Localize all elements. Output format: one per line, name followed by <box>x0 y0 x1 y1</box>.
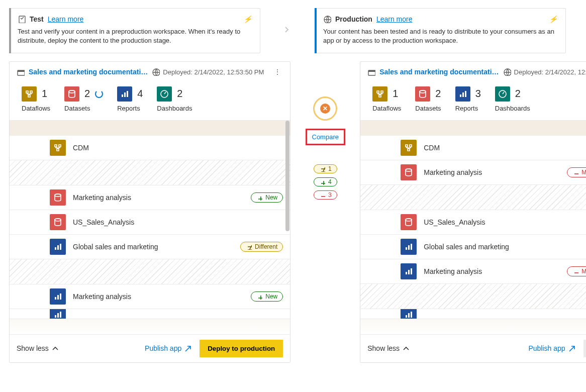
more-options-button[interactable]: ⋮ <box>272 68 283 76</box>
item-name: Marketing analysis <box>424 168 560 176</box>
dataset-icon <box>401 164 417 180</box>
publish-app-link[interactable]: Publish app <box>528 344 575 352</box>
learn-more-link[interactable]: Learn more <box>376 15 413 23</box>
stage-card-production: Production Learn more ⚡ Your content has… <box>315 8 566 53</box>
stage-card-test: Test Learn more ⚡ Test and verify your c… <box>9 8 260 53</box>
summary-count: 2 <box>177 88 182 100</box>
list-item[interactable]: Marketing analysisNew <box>10 185 290 210</box>
status-badge: New <box>251 291 283 302</box>
summary-label: Dashboards <box>495 105 530 112</box>
list-item[interactable] <box>10 309 290 319</box>
dataset-icon <box>50 214 66 230</box>
stage-title: Production <box>335 15 372 23</box>
summary-row: 1Dataflows2Datasets3Reports2Dashboards <box>360 82 586 121</box>
chevron-up-icon <box>51 344 59 352</box>
summary-report[interactable]: 3Reports <box>455 86 481 112</box>
summary-dashboard[interactable]: 2Dashboards <box>157 86 192 112</box>
list-item[interactable]: Global sales and marketingDifferent <box>10 235 290 259</box>
summary-label: Reports <box>455 105 478 112</box>
deployed-timestamp: Deployed: 2/14/2022, 12:53:37 PM <box>503 68 586 76</box>
dashboard-icon <box>157 86 172 102</box>
summary-dataflow[interactable]: 1Dataflows <box>372 86 401 112</box>
list-item[interactable]: CDM <box>10 136 290 160</box>
list-item[interactable]: US_Sales_Analysis <box>10 210 290 235</box>
summary-report[interactable]: 4Reports <box>117 86 143 112</box>
list-item[interactable]: US_Sales_Analysis <box>360 210 586 235</box>
compare-removed-pill: 3 <box>314 190 337 200</box>
summary-count: 1 <box>393 88 398 100</box>
placeholder-row <box>10 160 290 185</box>
dataflow-icon <box>401 140 417 156</box>
summary-count: 2 <box>515 88 521 100</box>
placeholder-row <box>360 284 586 309</box>
sync-status-icon: ✕ <box>313 96 337 121</box>
status-badge: Missing from Test <box>567 266 586 276</box>
workspace-link[interactable]: Sales and marketing documentati… <box>379 68 499 76</box>
learn-more-link[interactable]: Learn more <box>48 15 84 23</box>
summary-dataset[interactable]: 2Datasets <box>64 86 103 112</box>
deploy-to-production-button[interactable]: Deploy to production <box>200 340 283 357</box>
test-icon <box>18 15 26 23</box>
panel-production: Sales and marketing documentati…Deployed… <box>360 61 586 363</box>
placeholder-row <box>10 259 290 284</box>
list-item[interactable] <box>360 309 586 319</box>
list-item[interactable]: Marketing analysisNew <box>10 284 290 309</box>
close-icon: ✕ <box>320 104 330 114</box>
content-board-row: Sales and marketing documentati…Deployed… <box>0 53 586 372</box>
report-icon <box>401 239 417 255</box>
lightning-icon[interactable]: ⚡ <box>549 15 557 23</box>
dataset-icon <box>50 189 66 206</box>
item-name: Marketing analysis <box>424 267 560 275</box>
placeholder-row <box>360 185 586 210</box>
report-icon <box>50 239 66 255</box>
scrollbar-thumb[interactable] <box>285 121 289 231</box>
report-icon <box>50 309 66 319</box>
compare-added-pill: 4 <box>314 177 337 186</box>
show-less-toggle[interactable]: Show less <box>367 344 410 352</box>
dataset-icon <box>401 214 417 230</box>
content-list[interactable]: CDMMarketing analysisMissing from TestUS… <box>360 121 586 334</box>
panel-test: Sales and marketing documentati…Deployed… <box>9 61 290 363</box>
report-icon <box>117 86 132 102</box>
chevron-up-icon <box>402 344 410 352</box>
summary-dataset[interactable]: 2Datasets <box>415 86 441 112</box>
report-icon <box>401 263 417 279</box>
content-list[interactable]: CDMMarketing analysisNewUS_Sales_Analysi… <box>10 121 290 334</box>
status-badge: New <box>251 192 283 203</box>
summary-label: Dashboards <box>157 105 192 112</box>
compare-column: ✕ Compare 1 4 3 <box>298 61 353 200</box>
report-icon <box>401 309 417 319</box>
stage-description: Test and verify your content in a prepro… <box>18 27 252 45</box>
lightning-icon[interactable]: ⚡ <box>243 15 252 23</box>
workspace-icon <box>367 68 375 76</box>
item-name: US_Sales_Analysis <box>424 218 586 226</box>
list-item[interactable]: Marketing analysisMissing from Test <box>360 259 586 284</box>
update-app-button: Update app <box>583 340 586 357</box>
item-name: CDM <box>424 144 586 152</box>
item-name: Global sales and marketing <box>73 243 233 251</box>
report-icon <box>455 86 470 102</box>
dataflow-icon <box>50 140 66 156</box>
compare-button[interactable]: Compare <box>306 129 345 145</box>
summary-dashboard[interactable]: 2Dashboards <box>495 86 530 112</box>
workspace-icon <box>17 68 25 76</box>
show-less-toggle[interactable]: Show less <box>17 344 59 352</box>
summary-label: Datasets <box>415 105 441 112</box>
stage-description: Your content has been tested and is read… <box>323 27 557 45</box>
compare-different-pill: 1 <box>314 164 337 173</box>
item-name: Global sales and marketing <box>424 243 584 251</box>
list-item[interactable]: CDM <box>360 136 586 160</box>
dashboard-icon <box>495 86 510 102</box>
summary-dataflow[interactable]: 1Dataflows <box>22 86 50 112</box>
list-item[interactable]: Global sales and marketingDifferent <box>360 235 586 259</box>
arrow-ne-icon <box>183 344 191 352</box>
dataflow-icon <box>22 86 37 102</box>
item-name: Marketing analysis <box>73 292 244 301</box>
list-item[interactable]: Marketing analysisMissing from Test <box>360 160 586 185</box>
stage-title: Test <box>30 15 44 23</box>
report-icon <box>50 288 66 305</box>
publish-app-link[interactable]: Publish app <box>145 344 191 352</box>
summary-label: Reports <box>117 105 140 112</box>
stage-chevron-icon <box>267 8 308 53</box>
workspace-link[interactable]: Sales and marketing documentati… <box>29 68 148 76</box>
